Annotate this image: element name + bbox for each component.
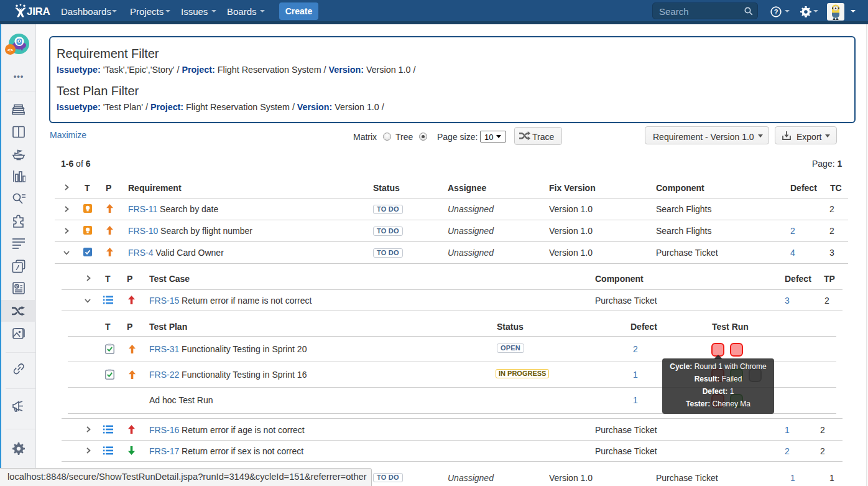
svg-text:?: ?	[774, 8, 778, 16]
svg-text:<>: <>	[7, 47, 14, 53]
